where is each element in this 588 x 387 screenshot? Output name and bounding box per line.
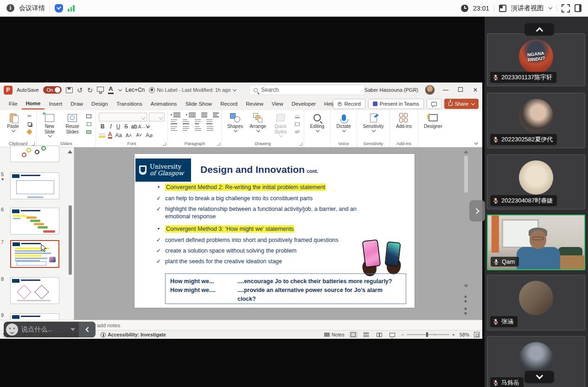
participants-scroll-up-button[interactable] [524, 23, 554, 36]
highlight-color-button[interactable] [99, 133, 105, 138]
addins-button[interactable]: Add-ins [393, 113, 415, 129]
tab-record[interactable]: Record [216, 99, 242, 109]
account-avatar[interactable] [425, 85, 435, 95]
decrease-font-button[interactable]: A˅ [135, 133, 143, 138]
chat-collapse-button[interactable] [79, 322, 96, 337]
font-color-button[interactable]: A [108, 132, 112, 139]
tab-insert[interactable]: Insert [45, 99, 66, 109]
maximize-button[interactable] [456, 87, 465, 93]
text-direction-button[interactable] [195, 120, 201, 124]
format-painter-icon[interactable] [26, 128, 33, 135]
zoom-out-button[interactable]: − [401, 332, 404, 337]
tab-developer[interactable]: Developer [288, 99, 320, 109]
meeting-security-shield-icon[interactable] [55, 4, 63, 13]
scroll-up-icon[interactable] [464, 150, 468, 153]
shape-outline-icon[interactable] [293, 121, 301, 127]
tab-draw[interactable]: Draw [66, 99, 87, 109]
align-center-button[interactable] [183, 127, 189, 131]
close-button[interactable]: ✕ [471, 87, 479, 93]
slide-thumbnail-7-selected[interactable] [10, 240, 59, 268]
dictate-button[interactable]: Dictate [333, 113, 354, 132]
scrollbar-thumb[interactable] [464, 156, 468, 193]
reset-slide-icon[interactable] [85, 121, 93, 127]
copy-icon[interactable] [26, 121, 33, 127]
search-input[interactable]: Search [249, 85, 364, 95]
slideshow-view-button[interactable] [388, 331, 396, 338]
arrange-button[interactable]: Arrange [248, 113, 268, 132]
strikethrough-button[interactable]: S [122, 123, 130, 130]
new-slide-button[interactable]: New Slide [39, 113, 60, 137]
shapes-button[interactable]: Shapes [225, 113, 245, 132]
share-button[interactable]: Share [444, 99, 479, 109]
text-shadow-button[interactable]: ab [130, 123, 138, 130]
tab-review[interactable]: Review [242, 99, 268, 109]
clipboard-dialog-launcher[interactable] [32, 142, 35, 146]
quick-styles-button[interactable]: Quick Styles [270, 113, 291, 137]
bold-button[interactable]: B [99, 123, 106, 130]
paste-button[interactable]: Paste [3, 113, 23, 132]
reading-view-button[interactable] [375, 331, 383, 338]
comments-button[interactable] [427, 99, 441, 109]
justify-button[interactable] [207, 127, 213, 131]
zoom-slider[interactable]: − + [401, 332, 455, 337]
tab-design[interactable]: Design [87, 99, 112, 109]
align-right-button[interactable] [195, 127, 201, 131]
slide-thumbnail-5[interactable] [10, 172, 59, 199]
drawing-dialog-launcher[interactable] [299, 142, 302, 146]
thumbnail-scroll-up-icon[interactable] [68, 149, 72, 153]
previous-slide-button[interactable]: ▲▲ [463, 294, 468, 303]
tab-slideshow[interactable]: Slide Show [181, 99, 217, 109]
zoom-slider-thumb[interactable] [426, 332, 428, 337]
editing-button[interactable]: Editing [307, 113, 327, 132]
slide-thumbnail-6[interactable] [10, 208, 59, 235]
decrease-indent-button[interactable] [171, 120, 177, 124]
record-button[interactable]: Record [333, 99, 365, 109]
qat-overflow-chevron-icon[interactable] [118, 87, 121, 91]
tab-home[interactable]: Home [22, 98, 45, 109]
slide-layout-icon[interactable] [85, 113, 93, 120]
fullscreen-icon[interactable] [562, 4, 570, 13]
columns-button[interactable] [206, 120, 212, 124]
participant-tile[interactable]: NGANA RINDU? 2023301137陈宇轩 [487, 33, 585, 86]
slide-sorter-view-button[interactable] [362, 331, 371, 338]
network-signal-icon[interactable] [68, 5, 75, 12]
participant-tile-active-speaker[interactable]: Qam [487, 215, 585, 270]
reuse-slides-button[interactable]: Reuse Slides [62, 113, 83, 134]
meeting-details-label[interactable]: 会议详情 [19, 4, 45, 13]
notes-toggle-button[interactable]: Notes [324, 332, 344, 337]
font-color-icon[interactable]: A [108, 86, 113, 94]
sort-button[interactable] [213, 113, 219, 117]
font-size-select[interactable] [149, 113, 165, 121]
present-in-teams-button[interactable]: Present in Teams [368, 99, 424, 109]
designer-button[interactable]: Designer [421, 113, 445, 129]
autosave-toggle[interactable]: On [43, 86, 62, 94]
next-slide-button[interactable]: ▼▼ [463, 307, 468, 316]
change-case-button[interactable]: Aa [115, 132, 122, 139]
tab-animations[interactable]: Animations [147, 99, 181, 109]
chevron-down-icon[interactable] [549, 6, 552, 9]
font-dialog-launcher[interactable] [163, 142, 166, 146]
participant-tile[interactable]: 2022302582夏伊代 [487, 93, 585, 148]
slide-thumbnail-partial[interactable] [10, 146, 59, 162]
increase-font-button[interactable]: A˄ [125, 133, 133, 138]
bullets-button[interactable] [171, 113, 180, 117]
zoom-level[interactable]: 58% [460, 332, 469, 337]
collapse-ribbon-chevron-icon[interactable] [474, 141, 478, 145]
account-name[interactable]: Saber Hassouna (PGR) [364, 87, 418, 93]
tab-transitions[interactable]: Transitions [112, 99, 147, 109]
character-spacing-button[interactable]: A↔V [138, 124, 146, 129]
tab-view[interactable]: View [268, 99, 288, 109]
slide-scrollbar[interactable]: ▲▲ ▼▼ [463, 147, 469, 320]
scroll-down-icon[interactable] [464, 285, 468, 288]
chat-input-overlay[interactable]: 说点什么... [4, 322, 96, 337]
shape-fill-icon[interactable] [293, 113, 301, 120]
undo-icon[interactable]: ↺ [77, 87, 83, 94]
underline-button[interactable]: U [115, 123, 122, 130]
slide-thumbnail-8[interactable] [10, 277, 59, 304]
thumbnail-scrollbar[interactable] [69, 205, 72, 275]
line-spacing-button[interactable] [201, 113, 207, 117]
participants-scroll-down-button[interactable] [524, 371, 554, 383]
normal-view-button[interactable] [349, 331, 358, 338]
paragraph-dialog-launcher[interactable] [217, 142, 220, 146]
emoji-button[interactable] [6, 324, 18, 336]
